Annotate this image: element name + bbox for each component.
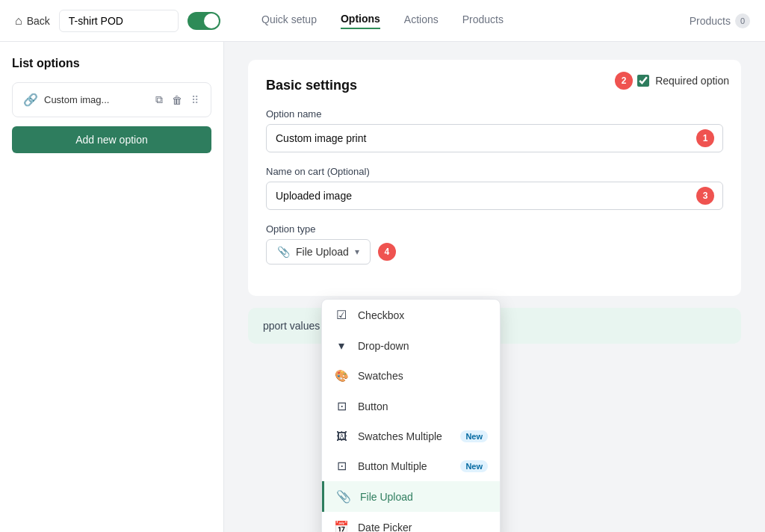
products-count-badge: 0 — [735, 13, 750, 28]
name-on-cart-label: Name on cart (Optional) — [266, 166, 723, 177]
step-3-badge: 3 — [696, 187, 714, 205]
nav-tabs: Quick setup Options Actions Products — [261, 13, 504, 29]
tab-options[interactable]: Options — [341, 13, 380, 29]
button-multiple-icon: ⊡ — [334, 459, 349, 473]
option-name-input-wrapper: 1 — [266, 124, 723, 152]
dropdown-label-swatches-multiple: Swatches Multiple — [358, 430, 451, 442]
tab-quick-setup[interactable]: Quick setup — [261, 13, 317, 29]
option-type-dropdown-menu: ☑ Checkbox ▾ Drop-down 🎨 Swatches ⊡ Butt… — [321, 299, 501, 532]
nav-right: Products 0 — [690, 13, 750, 28]
dropdown-item-button[interactable]: ⊡ Button — [322, 391, 500, 421]
option-name-group: Option name 1 — [266, 108, 723, 152]
dropdown-item-button-multiple[interactable]: ⊡ Button Multiple New — [322, 451, 500, 481]
dropdown-item-dropdown[interactable]: ▾ Drop-down — [322, 330, 500, 361]
required-checkbox-group: Required option — [637, 75, 729, 87]
nav-left: ⌂ Back — [15, 10, 220, 32]
required-option-container: 2 Required option — [615, 72, 729, 90]
products-button[interactable]: Products 0 — [690, 13, 750, 28]
option-type-value: File Upload — [296, 246, 349, 258]
add-option-button[interactable]: Add new option — [12, 126, 211, 153]
button-icon: ⊡ — [334, 399, 349, 413]
name-on-cart-input-wrapper: 3 — [266, 182, 723, 210]
copy-option-button[interactable]: ⧉ — [154, 92, 164, 108]
dropdown-item-date-picker[interactable]: 📅 Date Picker — [322, 512, 500, 532]
option-name-input[interactable] — [266, 124, 723, 152]
dropdown-label-button-multiple: Button Multiple — [358, 460, 451, 472]
delete-option-button[interactable]: 🗑 — [170, 93, 184, 108]
option-type-label: Option type — [266, 223, 723, 235]
dropdown-label-swatches: Swatches — [358, 370, 488, 382]
option-item-label: Custom imag... — [44, 94, 148, 105]
dropdown-item-swatches[interactable]: 🎨 Swatches — [322, 361, 500, 391]
back-icon: ⌂ — [15, 14, 22, 28]
dropdown-label-file-upload: File Upload — [360, 491, 488, 503]
new-badge-swatches: New — [460, 430, 488, 442]
active-toggle[interactable] — [188, 12, 220, 30]
tab-products[interactable]: Products — [462, 13, 504, 29]
top-nav: ⌂ Back Quick setup Options Actions Produ… — [0, 0, 765, 42]
option-item: 🔗 Custom imag... ⧉ 🗑 ⠿ — [12, 82, 211, 117]
back-label: Back — [27, 15, 50, 27]
file-upload-icon: 📎 — [277, 246, 290, 258]
dropdown-label-checkbox: Checkbox — [358, 309, 488, 321]
sidebar-title: List options — [12, 57, 211, 70]
chevron-down-icon: ▾ — [355, 247, 359, 257]
dropdown-item-checkbox[interactable]: ☑ Checkbox — [322, 300, 500, 330]
link-icon: 🔗 — [23, 93, 38, 107]
required-checkbox[interactable] — [637, 75, 649, 87]
dropdown-item-swatches-multiple[interactable]: 🖼 Swatches Multiple New — [322, 421, 500, 451]
dropdown-label-date-picker: Date Picker — [358, 522, 488, 533]
back-button[interactable]: ⌂ Back — [15, 14, 50, 28]
swatches-icon: 🎨 — [334, 369, 349, 383]
required-checkbox-label: Required option — [655, 75, 729, 87]
drag-handle[interactable]: ⠿ — [190, 93, 200, 108]
name-on-cart-input[interactable] — [266, 182, 723, 210]
basic-settings-card: Basic settings 2 Required option Option … — [248, 60, 741, 296]
swatches-multiple-icon: 🖼 — [334, 430, 349, 442]
checkbox-icon: ☑ — [334, 308, 349, 322]
support-text: pport values — [263, 320, 320, 332]
store-title-input[interactable] — [59, 10, 179, 32]
step-4-badge: 4 — [378, 243, 396, 261]
dropdown-label-dropdown: Drop-down — [358, 340, 488, 352]
new-badge-button: New — [460, 460, 488, 472]
option-name-label: Option name — [266, 108, 723, 120]
step-1-badge: 1 — [696, 129, 714, 147]
step-2-badge: 2 — [615, 72, 633, 90]
sidebar: List options 🔗 Custom imag... ⧉ 🗑 ⠿ Add … — [0, 42, 224, 532]
dropdown-icon: ▾ — [334, 338, 349, 353]
dropdown-item-file-upload[interactable]: 📎 File Upload — [322, 481, 500, 512]
file-upload-menu-icon: 📎 — [336, 489, 351, 504]
tab-actions[interactable]: Actions — [404, 13, 439, 29]
option-type-dropdown[interactable]: 📎 File Upload ▾ — [266, 239, 371, 265]
dropdown-label-button: Button — [358, 400, 488, 412]
option-type-group: Option type 📎 File Upload ▾ 4 — [266, 223, 723, 265]
name-on-cart-group: Name on cart (Optional) 3 — [266, 166, 723, 210]
date-picker-icon: 📅 — [334, 520, 349, 532]
option-item-actions: ⧉ 🗑 ⠿ — [154, 92, 200, 108]
